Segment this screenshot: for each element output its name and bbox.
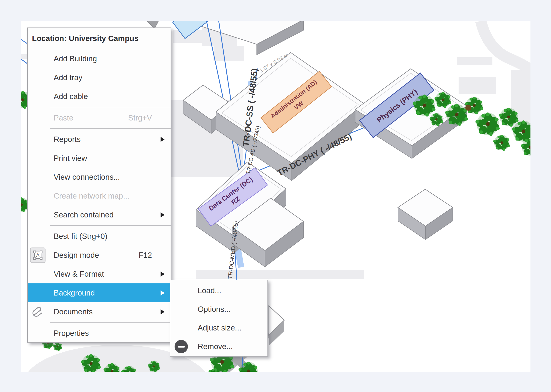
menu-item-label: Background <box>54 288 95 297</box>
context-menu-header: Location: University Campus <box>28 28 171 49</box>
menu-item-view-connections[interactable]: View connections... <box>28 168 171 186</box>
submenu-item-label: Remove... <box>198 342 233 351</box>
submenu-arrow-icon <box>160 309 165 314</box>
submenu-item-label: Options... <box>198 305 231 314</box>
menu-item-add-building[interactable]: Add Building <box>28 49 171 68</box>
menu-separator <box>50 225 171 226</box>
menu-item-label: Design mode <box>54 251 99 260</box>
menu-item-label: Properties <box>54 329 89 338</box>
menu-item-view-format[interactable]: View & Format <box>28 265 171 283</box>
submenu-item-options[interactable]: Options... <box>170 300 268 319</box>
submenu-item-label: Adjust size... <box>198 323 241 332</box>
submenu-item-remove[interactable]: Remove... <box>170 337 268 356</box>
menu-item-create-network-map: Create network map... <box>28 186 171 205</box>
menu-separator <box>50 322 171 322</box>
menu-item-reports[interactable]: Reports <box>28 130 171 149</box>
menu-shortcut: F12 <box>139 251 152 260</box>
tree-trunk-dot <box>465 105 471 111</box>
menu-separator <box>50 107 171 107</box>
submenu-item-adjust-size[interactable]: Adjust size... <box>170 319 268 337</box>
menu-item-label: View connections... <box>54 173 120 182</box>
menu-item-label: Add tray <box>54 73 82 82</box>
menu-item-label: Add Building <box>54 54 97 63</box>
menu-shortcut: Strg+V <box>128 113 152 122</box>
paperclip-icon <box>30 304 45 320</box>
submenu-item-label: Load... <box>198 286 221 295</box>
submenu-item-load[interactable]: Load... <box>170 281 268 300</box>
remove-minus-icon <box>174 340 188 353</box>
menu-item-print-view[interactable]: Print view <box>28 149 171 168</box>
menu-item-properties[interactable]: Properties <box>28 324 171 343</box>
background-submenu: Load... Options... Adjust size... Remove… <box>170 280 268 357</box>
menu-item-design-mode[interactable]: A Design mode F12 <box>28 246 171 265</box>
menu-item-search-contained[interactable]: Search contained <box>28 205 171 224</box>
menu-item-label: Print view <box>54 154 87 163</box>
menu-item-label: Add cable <box>54 92 88 101</box>
menu-item-documents[interactable]: Documents <box>28 302 171 321</box>
menu-item-label: Create network map... <box>54 192 130 200</box>
menu-separator <box>50 128 171 129</box>
menu-item-label: Search contained <box>54 210 114 219</box>
menu-item-paste: Paste Strg+V <box>28 108 171 127</box>
menu-item-label: Reports <box>54 135 81 144</box>
menu-item-add-tray[interactable]: Add tray <box>28 68 171 87</box>
submenu-arrow-icon <box>160 290 165 295</box>
design-mode-icon: A <box>30 247 45 263</box>
submenu-arrow-icon <box>160 137 165 142</box>
menu-item-best-fit[interactable]: Best fit (Strg+0) <box>28 227 171 246</box>
menu-item-label: Paste <box>54 113 73 122</box>
location-context-menu: Location: University Campus Add Building… <box>27 28 171 343</box>
svg-text:A: A <box>36 252 40 259</box>
menu-item-label: View & Format <box>54 270 104 279</box>
menu-item-background[interactable]: Background <box>28 283 171 302</box>
menu-item-label: Documents <box>54 308 93 316</box>
menu-item-label: Best fit (Strg+0) <box>54 232 107 241</box>
menu-item-add-cable[interactable]: Add cable <box>28 87 171 106</box>
submenu-arrow-icon <box>160 272 165 277</box>
submenu-arrow-icon <box>160 212 165 217</box>
